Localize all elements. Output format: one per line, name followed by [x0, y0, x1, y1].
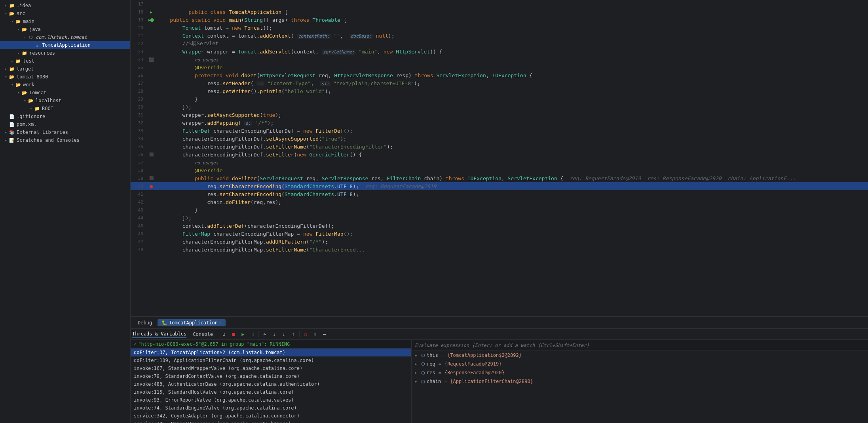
- stack-frame-2[interactable]: invoke:167, StandardWrapperValve (org.ap…: [131, 364, 411, 372]
- code-content-29: }: [156, 96, 198, 102]
- line-num-22: 22: [131, 41, 146, 46]
- tab-debug[interactable]: Debug: [134, 319, 156, 326]
- code-content-26: protected void doGet(HttpServletRequest …: [156, 72, 532, 78]
- sidebar-item-localhost[interactable]: 📂 localhost: [0, 97, 130, 105]
- var-chain[interactable]: ▶ ⬡ chain = {ApplicationFilterChain@2890…: [412, 377, 868, 386]
- debug-variables-panel: Evaluate expression (Enter) or add a wat…: [412, 340, 868, 423]
- run-gutter-icon-18[interactable]: ▶: [150, 10, 152, 14]
- code-content-21: Context context = tomcat.addContext( con…: [156, 33, 394, 39]
- sidebar-item-ScratchesConsoles[interactable]: 📝 Scratches and Consoles: [0, 136, 130, 144]
- debug-subtabs: Threads & Variables Console: [132, 330, 213, 338]
- code-content-41: res.setCharacterEncoding(StandardCharset…: [156, 191, 359, 197]
- stack-frame-6[interactable]: invoke:93, ErrorReportValve (org.apache.…: [131, 396, 411, 404]
- btn-clear[interactable]: ✕: [311, 330, 319, 339]
- tab-tomcat-close[interactable]: ✕: [219, 320, 222, 325]
- running-thread-text: "http-nio-8080-exec-5"@2,657 in group "m…: [138, 341, 290, 347]
- tab-tomcat[interactable]: 🐛 TomcatApplication ✕: [158, 319, 226, 326]
- sidebar-item-test[interactable]: 📁 test: [0, 57, 130, 65]
- line-num-29: 29: [131, 97, 146, 102]
- btn-resume[interactable]: ▶: [239, 330, 247, 339]
- var-eq-res: =: [439, 370, 441, 375]
- sidebar-item-java[interactable]: 📂 java: [0, 25, 130, 33]
- main-layout: 📁 .idea 📂 src 📂 main 📂 java ⬡ com.lhstac…: [0, 0, 868, 423]
- var-icon-this: ⬡: [421, 353, 425, 358]
- tab-threads-variables[interactable]: Threads & Variables: [132, 330, 186, 338]
- stack-frame-3[interactable]: invoke:79, StandardContextValve (org.apa…: [131, 372, 411, 380]
- var-this[interactable]: ▶ ⬡ this = {TomcatApplication$2@2892}: [412, 351, 868, 360]
- code-line-45: 45 context.addFilterDef(characterEncodin…: [131, 222, 868, 230]
- var-arrow-req: ▶: [415, 362, 420, 366]
- line-num-44: 44: [131, 215, 146, 221]
- line-num-41: 41: [131, 192, 146, 197]
- bottom-panel: Debug 🐛 TomcatApplication ✕ Threads & Va…: [131, 316, 868, 423]
- watch-input-area[interactable]: Evaluate expression (Enter) or add a wat…: [412, 340, 868, 351]
- folder-icon-ExternalLibraries: 📚: [9, 129, 15, 135]
- btn-forceinto[interactable]: ⇓: [279, 330, 288, 339]
- code-line-18: 18 ▶ public class TomcatApplication {: [131, 8, 868, 16]
- sidebar-item-Tomcat[interactable]: 📂 Tomcat: [0, 89, 130, 97]
- sidebar-item-gitignore[interactable]: 📄 .gitignore: [0, 112, 130, 120]
- code-content-24: no usages: [156, 57, 218, 63]
- sidebar-item-src[interactable]: 📂 src: [0, 10, 130, 17]
- sidebar-item-target[interactable]: 📁 target: [0, 65, 130, 73]
- stack-frame-8[interactable]: service:342, CoyoteAdapter (org.apache.c…: [131, 412, 411, 420]
- stack-frame-5[interactable]: invoke:115, StandardHostValve (org.apach…: [131, 388, 411, 396]
- tree-label-java: java: [29, 27, 41, 32]
- code-content-35: characterEncodingFilterDef.setFilterName…: [156, 144, 393, 150]
- code-line-27: 27 resp.setHeader( s: "Content-Type", s1…: [131, 79, 868, 87]
- code-editor[interactable]: 17 18 ▶ public class TomcatApplication {…: [131, 0, 868, 316]
- sidebar-item-ROOT[interactable]: 📁 ROOT: [0, 105, 130, 112]
- stack-frame-1-text: doFilter:109, ApplicationFilterChain (or…: [134, 358, 314, 363]
- tree-label-test: test: [23, 58, 34, 64]
- btn-stepout[interactable]: ↑: [289, 330, 298, 339]
- btn-refresh[interactable]: ↺: [220, 330, 228, 339]
- tab-console[interactable]: Console: [193, 331, 213, 338]
- code-line-29: 29 }: [131, 95, 868, 103]
- mod-gutter-icon-24: ⬛: [149, 57, 154, 62]
- stack-frame-7[interactable]: invoke:74, StandardEngineValve (org.apac…: [131, 404, 411, 412]
- watch-placeholder: Evaluate expression (Enter) or add a wat…: [415, 343, 589, 348]
- tree-label-package: com.lhstack.tomcat: [36, 34, 87, 40]
- btn-mute[interactable]: ○: [301, 330, 310, 339]
- breakpoint-icon-40[interactable]: ●: [150, 183, 153, 189]
- stack-frame-1[interactable]: doFilter:109, ApplicationFilterChain (or…: [131, 356, 411, 364]
- line-num-39: 39: [131, 176, 146, 181]
- code-content-46: FilterMap characterEncodingFilterMap = n…: [156, 231, 353, 237]
- var-arrow-this: ▶: [415, 353, 420, 357]
- btn-stepover[interactable]: ↷: [260, 330, 269, 339]
- var-name-req: req: [427, 361, 435, 367]
- tree-label-resources: resources: [29, 50, 55, 56]
- sidebar-item-resources[interactable]: 📁 resources: [0, 49, 130, 57]
- debug-frames-panel: ✓ "http-nio-8080-exec-5"@2,657 in group …: [131, 340, 412, 423]
- code-line-32: 32 wrapper.addMapping( s: "/*");: [131, 119, 868, 127]
- debug-content: ✓ "http-nio-8080-exec-5"@2,657 in group …: [131, 340, 868, 423]
- sidebar-item-package[interactable]: ⬡ com.lhstack.tomcat: [0, 33, 130, 41]
- code-content-33: FilterDef characterEncodingFilterDef = n…: [156, 128, 353, 134]
- tree-arrow-main: [9, 19, 15, 24]
- tree-arrow-ExternalLibraries: [3, 130, 9, 135]
- btn-more[interactable]: ⋯: [320, 330, 329, 339]
- sidebar-item-idea[interactable]: 📁 .idea: [0, 2, 130, 10]
- btn-stop[interactable]: ■: [229, 330, 238, 339]
- var-req[interactable]: ▶ ⬡ req = {RequestFacade@2919}: [412, 360, 868, 368]
- sidebar-item-pomxml[interactable]: 📄 pom.xml: [0, 120, 130, 128]
- code-line-26: 26 protected void doGet(HttpServletReque…: [131, 71, 868, 79]
- stack-frame-0[interactable]: doFilter:37, TomcatApplication$2 (com.lh…: [131, 349, 411, 356]
- sidebar-item-ExternalLibraries[interactable]: 📚 External Libraries: [0, 128, 130, 136]
- stack-frame-9[interactable]: service:395, Http11Processor (org.apache…: [131, 420, 411, 423]
- sidebar-item-TomcatApplication[interactable]: ☕ TomcatApplication: [0, 41, 130, 49]
- btn-stepinto[interactable]: ↓: [270, 330, 279, 339]
- sidebar-item-main[interactable]: 📂 main: [0, 17, 130, 25]
- btn-pause[interactable]: ⏸: [248, 330, 257, 339]
- sidebar-item-work[interactable]: 📂 work: [0, 81, 130, 89]
- stack-frame-6-text: invoke:93, ErrorReportValve (org.apache.…: [134, 397, 294, 403]
- file-icon-gitignore: 📄: [9, 113, 15, 120]
- tree-label-ExternalLibraries: External Libraries: [17, 130, 68, 135]
- sidebar-item-tomcat8080[interactable]: 📂 tomcat 8080: [0, 73, 130, 81]
- code-content-48: characterEncodingFilterMap.setFilterName…: [156, 247, 365, 253]
- stack-frame-4[interactable]: invoke:483, AuthenticatorBase (org.apach…: [131, 380, 411, 388]
- line-num-34: 34: [131, 136, 146, 141]
- tree-arrow-target: [3, 66, 9, 72]
- var-res[interactable]: ▶ ⬡ res = {ResponseFacade@2920}: [412, 368, 868, 377]
- debug-gutter-icon-19[interactable]: ⬤: [150, 18, 154, 22]
